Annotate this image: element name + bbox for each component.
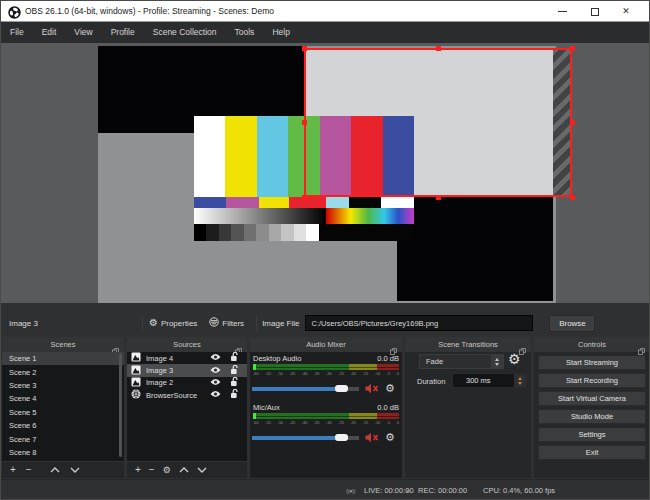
selection-handle-top-right[interactable] — [570, 46, 575, 51]
scene-row-1[interactable]: Scene 1 — [2, 352, 124, 365]
scenes-panel-title: Scenes — [50, 340, 75, 349]
properties-label: Properties — [161, 319, 197, 328]
menu-tools[interactable]: Tools — [226, 22, 264, 43]
close-button[interactable]: ✕ — [611, 1, 641, 22]
channel-gear-icon[interactable]: ⚙ — [385, 432, 395, 443]
selection-handle-bottom-right[interactable] — [570, 195, 575, 200]
source-down-button[interactable] — [197, 467, 207, 473]
menu-profile[interactable]: Profile — [102, 22, 144, 43]
selection-handle-bottom-left[interactable] — [302, 195, 307, 200]
lock-icon[interactable] — [230, 377, 239, 389]
duration-spinner[interactable] — [514, 374, 526, 387]
image-icon — [131, 365, 141, 377]
remove-source-button[interactable]: − — [149, 465, 155, 475]
source-row-browsersource[interactable]: BrowserSource — [127, 389, 247, 401]
transition-selected-value: Fade — [420, 357, 491, 366]
lock-icon[interactable] — [230, 365, 239, 377]
remove-scene-button[interactable]: − — [26, 465, 32, 475]
start-streaming-button[interactable]: Start Streaming — [538, 355, 646, 370]
settings-button[interactable]: Settings — [538, 427, 646, 442]
volume-slider[interactable] — [252, 385, 359, 393]
filters-button[interactable]: Filters — [203, 312, 250, 334]
scenes-list: Scene 1 Scene 2 Scene 3 Scene 4 Scene 5 … — [2, 352, 124, 461]
scene-row-6[interactable]: Scene 6 — [2, 419, 124, 432]
source-row-image2[interactable]: Image 2 — [127, 377, 247, 389]
mute-speaker-icon[interactable] — [365, 380, 379, 398]
source-row-image4[interactable]: Image 4 — [127, 352, 247, 364]
scene-row-4[interactable]: Scene 4 — [2, 392, 124, 405]
rec-timer: REC: 00:00:00 — [418, 480, 467, 500]
menu-bar: File Edit View Profile Scene Collection … — [1, 22, 649, 43]
source-toolbar: Image 3 ⚙ Properties Filters Image File … — [1, 312, 649, 334]
volume-slider-knob[interactable] — [335, 385, 348, 392]
maximize-button[interactable] — [580, 1, 610, 22]
mixer-channel-desktop-audio: Desktop Audio 0.0 dB -60-55-50-45-40-35-… — [252, 354, 400, 398]
obs-main-window: OBS 26.1.0 (64-bit, windows) - Profile: … — [0, 0, 650, 500]
source-up-button[interactable] — [179, 467, 189, 473]
selection-handle-top-left[interactable] — [302, 46, 307, 51]
audio-mixer-header: Audio Mixer — [250, 337, 402, 352]
start-recording-button[interactable]: Start Recording — [538, 373, 646, 388]
scene-transitions-title: Scene Transitions — [438, 340, 498, 349]
visibility-eye-icon[interactable] — [210, 366, 221, 376]
selection-outline — [304, 48, 572, 197]
add-scene-button[interactable]: + — [10, 465, 16, 475]
selection-handle-mid-right[interactable] — [570, 120, 575, 125]
visibility-eye-icon[interactable] — [210, 378, 221, 388]
scene-up-button[interactable] — [50, 467, 60, 473]
scenes-toolbar: + − — [2, 461, 124, 478]
toolbar-separator — [256, 316, 257, 331]
channel-gear-icon[interactable]: ⚙ — [385, 383, 395, 394]
menu-scene-collection[interactable]: Scene Collection — [144, 22, 226, 43]
sources-panel-header: Sources — [127, 337, 247, 352]
exit-button[interactable]: Exit — [538, 445, 646, 460]
mixer-channel-mic-aux: Mic/Aux 0.0 dB -60-55-50-45-40-35-30-25-… — [252, 403, 400, 447]
transition-select[interactable]: Fade — [419, 354, 504, 369]
lock-icon[interactable] — [230, 389, 239, 401]
controls-panel: Controls Start Streaming Start Recording… — [534, 337, 650, 478]
start-virtual-camera-button[interactable]: Start Virtual Camera — [538, 391, 646, 406]
properties-button[interactable]: ⚙ Properties — [143, 312, 203, 334]
browse-button[interactable]: Browse — [549, 315, 595, 332]
volume-slider-knob[interactable] — [335, 434, 348, 441]
status-bar: ((●)) LIVE: 00:00:00 ● REC: 00:00:00 CPU… — [1, 479, 649, 500]
duration-spinbox[interactable]: 300 ms — [452, 373, 527, 388]
studio-mode-button[interactable]: Studio Mode — [538, 409, 646, 424]
visibility-eye-icon[interactable] — [210, 390, 221, 400]
menu-help[interactable]: Help — [263, 22, 298, 43]
selection-handle-top-center[interactable] — [436, 46, 441, 51]
image-path-input[interactable] — [305, 315, 533, 331]
sources-toolbar: + − ⚙ — [127, 461, 247, 478]
scene-row-7[interactable]: Scene 7 — [2, 432, 124, 445]
sources-panel-title: Sources — [173, 340, 201, 349]
source-row-image3[interactable]: Image 3 — [127, 364, 247, 376]
mute-speaker-icon[interactable] — [365, 429, 379, 447]
lock-icon[interactable] — [230, 352, 239, 364]
scene-down-button[interactable] — [70, 467, 80, 473]
visibility-eye-icon[interactable] — [210, 353, 221, 363]
minimize-button[interactable] — [547, 1, 577, 22]
selection-handle-mid-left[interactable] — [302, 120, 307, 125]
transition-gear-icon[interactable]: ⚙ — [508, 351, 521, 367]
transition-select-spinner[interactable] — [491, 355, 503, 368]
scene-row-5[interactable]: Scene 5 — [2, 406, 124, 419]
menu-file[interactable]: File — [1, 22, 33, 43]
scene-row-3[interactable]: Scene 3 — [2, 379, 124, 392]
source-black-image-bottom-right[interactable] — [397, 197, 553, 301]
scene-row-2[interactable]: Scene 2 — [2, 365, 124, 378]
volume-slider[interactable] — [252, 434, 359, 442]
image-icon — [131, 352, 141, 364]
meter-scale: -60-55-50-45-40-35-30-25-20-15-10-50 — [253, 420, 399, 426]
audio-mixer-panel: Audio Mixer Desktop Audio 0.0 dB -60-55-… — [250, 337, 402, 478]
scenes-panel: Scenes Scene 1 Scene 2 Scene 3 Scene 4 S… — [2, 337, 124, 478]
menu-edit[interactable]: Edit — [33, 22, 66, 43]
selection-handle-bottom-center[interactable] — [436, 195, 441, 200]
scenes-scrollbar[interactable] — [119, 353, 122, 457]
scene-row-8[interactable]: Scene 8 — [2, 446, 124, 459]
channel-level: 0.0 dB — [377, 354, 399, 363]
live-signal-icon: ((●)) — [346, 480, 355, 500]
close-icon: ✕ — [622, 7, 630, 16]
menu-view[interactable]: View — [65, 22, 101, 43]
add-source-button[interactable]: + — [135, 465, 141, 475]
source-properties-gear-icon[interactable]: ⚙ — [163, 466, 171, 475]
